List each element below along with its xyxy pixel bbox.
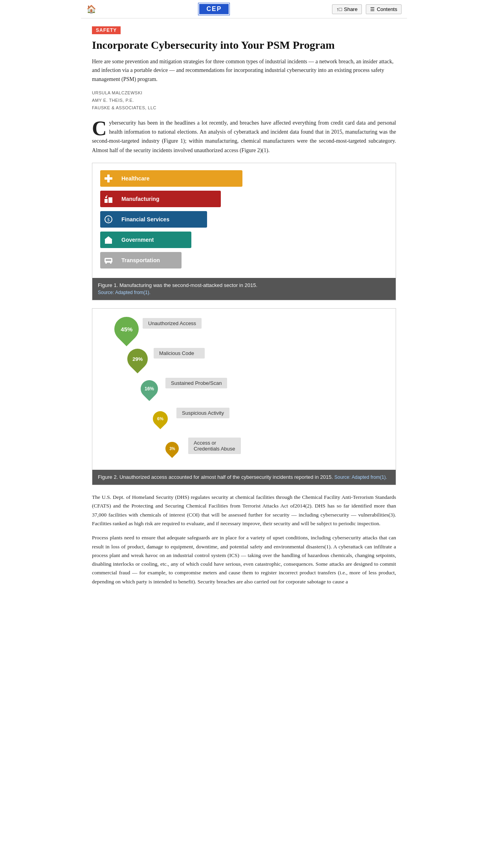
bar-row-government: Government bbox=[100, 232, 388, 248]
author-line3: FAUSKE & ASSOCIATES, LLC bbox=[92, 104, 396, 112]
bar-manufacturing-label: Manufacturing bbox=[117, 191, 221, 207]
svg-text:$: $ bbox=[107, 217, 110, 223]
svg-point-12 bbox=[105, 262, 107, 264]
body-paragraph-2: The U.S. Dept. of Homeland Security (DHS… bbox=[92, 493, 396, 528]
pin-malicious: 29% bbox=[127, 346, 148, 371]
pin-row-suspicious: 6% Suspicious Activity bbox=[150, 406, 388, 431]
figure-1-caption: Figure 1. Manufacturing was the second-m… bbox=[92, 278, 396, 300]
svg-rect-3 bbox=[108, 197, 112, 203]
author-block: URSULA MALCZEWSKI AMY E. THEIS, P.E. FAU… bbox=[92, 89, 396, 111]
share-button[interactable]: ↑□ Share bbox=[332, 4, 362, 14]
svg-rect-4 bbox=[105, 197, 107, 198]
pin-access: 3% bbox=[161, 436, 183, 461]
article-body: SAFETY Incorporate Cybersecurity into Yo… bbox=[81, 18, 407, 607]
bar-row-manufacturing: Manufacturing bbox=[100, 191, 388, 207]
safety-badge: SAFETY bbox=[92, 26, 121, 34]
pin-label-probe: Sustained Probe/Scan bbox=[165, 378, 227, 388]
author-line1: URSULA MALCZEWSKI bbox=[92, 89, 396, 97]
financial-icon: $ bbox=[100, 211, 117, 228]
bar-row-healthcare: Healthcare bbox=[100, 170, 388, 187]
pin-label-suspicious: Suspicious Activity bbox=[176, 408, 229, 418]
drop-cap: C bbox=[92, 118, 109, 136]
transportation-icon bbox=[100, 252, 117, 268]
svg-rect-14 bbox=[106, 259, 111, 261]
pin-row-access: 3% Access orCredentials Abuse bbox=[161, 436, 388, 461]
bar-transportation-label: Transportation bbox=[117, 252, 182, 268]
main-scroll[interactable]: SAFETY Incorporate Cybersecurity into Yo… bbox=[81, 18, 407, 868]
home-icon[interactable]: 🏠 bbox=[86, 4, 96, 14]
svg-rect-2 bbox=[105, 199, 108, 203]
pin-row-malicious: 29% Malicious Code bbox=[127, 346, 388, 371]
article-title: Incorporate Cybersecurity into Your PSM … bbox=[92, 38, 396, 52]
manufacturing-icon bbox=[100, 191, 117, 207]
pin-label-malicious: Malicious Code bbox=[154, 348, 205, 359]
bar-government-label: Government bbox=[117, 232, 191, 248]
share-icon: ↑□ bbox=[336, 6, 342, 12]
figure-1: Healthcare Manufacturing bbox=[92, 163, 396, 300]
bar-financial-label: Financial Services bbox=[117, 211, 207, 228]
svg-point-13 bbox=[110, 262, 112, 264]
body-paragraph-1: Cybersecurity has been in the headlines … bbox=[92, 118, 396, 154]
pin-label-access: Access orCredentials Abuse bbox=[188, 438, 241, 454]
government-icon bbox=[100, 232, 117, 248]
menu-icon: ☰ bbox=[370, 6, 375, 12]
top-bar-actions: ↑□ Share ☰ Contents bbox=[332, 4, 402, 14]
body-paragraph-3: Process plants need to ensure that adequ… bbox=[92, 533, 396, 586]
contents-button[interactable]: ☰ Contents bbox=[366, 4, 402, 14]
figure-2-source: Source: Adapted from(1). bbox=[334, 474, 387, 480]
pin-unauthorized: 45% bbox=[116, 316, 137, 342]
bar-chart: Healthcare Manufacturing bbox=[92, 163, 396, 278]
bar-healthcare-label: Healthcare bbox=[117, 170, 242, 187]
article-intro: Here are some prevention and mitigation … bbox=[92, 57, 396, 84]
bar-row-transportation: Transportation bbox=[100, 252, 388, 268]
pin-label-unauthorized: Unauthorized Access bbox=[143, 318, 202, 329]
author-line2: AMY E. THEIS, P.E. bbox=[92, 97, 396, 104]
top-bar: 🏠 CEP ↑□ Share ☰ Contents bbox=[81, 0, 407, 18]
cep-logo: CEP bbox=[198, 3, 229, 15]
healthcare-icon bbox=[100, 170, 117, 187]
svg-rect-1 bbox=[105, 177, 112, 180]
svg-marker-9 bbox=[105, 236, 112, 239]
svg-rect-10 bbox=[108, 241, 109, 244]
bar-row-financial: $ Financial Services bbox=[100, 211, 388, 228]
pin-suspicious: 6% bbox=[150, 406, 171, 431]
svg-rect-5 bbox=[106, 195, 107, 197]
figure-2: 45% Unauthorized Access 29% Malicious Co… bbox=[92, 308, 396, 485]
pin-row-unauthorized: 45% Unauthorized Access bbox=[116, 316, 388, 342]
figure-2-caption: Figure 2. Unauthorized access accounted … bbox=[92, 470, 396, 485]
figure-1-source: Source: Adapted from(1). bbox=[98, 290, 150, 295]
pin-row-probe: 16% Sustained Probe/Scan bbox=[139, 376, 388, 401]
pin-chart: 45% Unauthorized Access 29% Malicious Co… bbox=[92, 309, 396, 470]
pin-probe: 16% bbox=[139, 376, 160, 401]
